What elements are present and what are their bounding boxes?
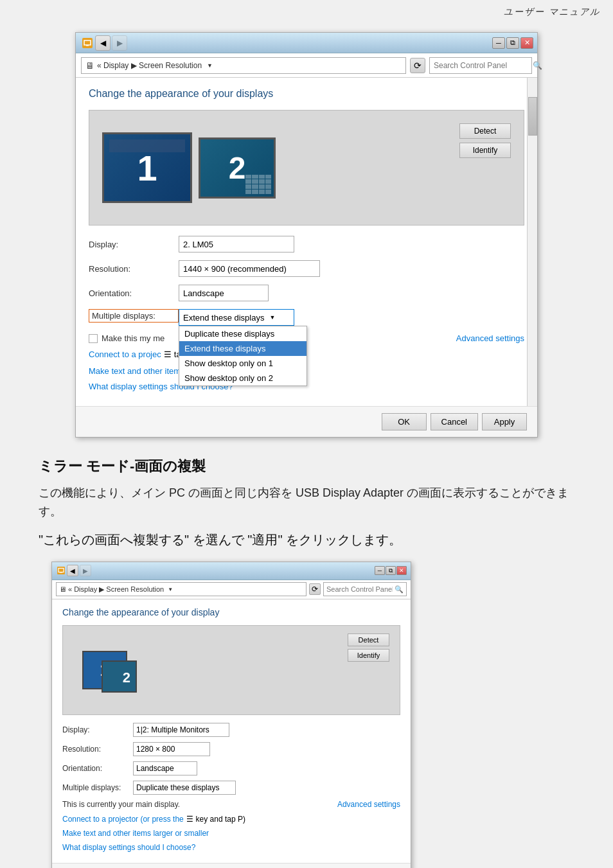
detect-button[interactable]: Detect: [459, 123, 511, 139]
secondary-search-box[interactable]: 🔍: [323, 582, 407, 596]
secondary-main-display-row: This is currently your main display. Adv…: [62, 800, 400, 809]
secondary-dialog-body: Change the appearance of your display 1 …: [52, 599, 411, 863]
main-dialog: ◀ ▶ ─ ⧉ ✕ 🖥 « Display ▶ Screen Resolutio…: [75, 32, 538, 438]
dropdown-item-duplicate[interactable]: Duplicate these displays: [179, 326, 306, 341]
secondary-monitor-2-label: 2: [123, 669, 130, 686]
dropdown-arrow-icon: ▼: [269, 314, 275, 321]
secondary-multiple-displays-select-wrapper: Duplicate these displays: [133, 781, 236, 795]
make-main-checkbox[interactable]: [89, 334, 98, 343]
dropdown-value-text: Extend these displays: [183, 313, 264, 323]
close-button[interactable]: ✕: [520, 37, 533, 49]
search-icon[interactable]: 🔍: [533, 61, 542, 70]
secondary-display-row: Display: 1|2: Multiple Monitors: [62, 723, 400, 737]
back-button[interactable]: ◀: [95, 35, 111, 51]
svg-rect-1: [86, 45, 89, 46]
svg-rect-2: [58, 569, 64, 572]
display-label: Display:: [89, 240, 179, 249]
make-main-text: Make this my m: [102, 333, 160, 343]
secondary-display-preview: 1 2 Detect Identify: [62, 625, 400, 715]
dialog-heading: Change the appearance of your displays: [89, 88, 524, 100]
scrollbar[interactable]: [527, 78, 537, 406]
secondary-restore-button[interactable]: ⧉: [386, 566, 396, 575]
nav-arrows: ◀ ▶: [95, 35, 127, 51]
secondary-make-text-link[interactable]: Make text and other items larger or smal…: [62, 829, 209, 838]
refresh-button[interactable]: ⟳: [410, 58, 425, 73]
secondary-advanced-settings-link[interactable]: Advanced settings: [337, 800, 400, 809]
secondary-dropdown-arrow-icon[interactable]: ▼: [168, 587, 173, 592]
dialog-footer: OK Cancel Apply: [76, 406, 537, 437]
identify-button[interactable]: Identify: [459, 143, 511, 158]
forward-button[interactable]: ▶: [112, 35, 127, 51]
minimize-button[interactable]: ─: [492, 37, 505, 49]
dropdown-item-extend[interactable]: Extend these displays: [179, 341, 306, 356]
secondary-multiple-displays-label: Multiple displays:: [62, 783, 133, 792]
secondary-orientation-select[interactable]: Landscape: [133, 761, 197, 775]
orientation-select-wrapper: Landscape: [179, 285, 269, 301]
secondary-window-controls: ─ ⧉ ✕: [375, 566, 407, 575]
resolution-select-wrapper: 1440 × 900 (recommended): [179, 260, 320, 277]
monitor-1: 1: [102, 132, 192, 203]
secondary-connect-projector-link[interactable]: Connect to a projector (or press the: [62, 815, 184, 824]
secondary-resolution-select[interactable]: 1280 × 800: [133, 742, 210, 756]
secondary-address-path[interactable]: 🖥 « Display ▶ Screen Resolution ▼: [56, 582, 306, 596]
secondary-detect-button[interactable]: Detect: [348, 633, 389, 646]
secondary-display-select[interactable]: 1|2: Multiple Monitors: [133, 723, 229, 737]
secondary-nav-arrows: ◀ ▶: [67, 565, 91, 576]
secondary-identify-button[interactable]: Identify: [348, 649, 389, 662]
dropdown-item-show1[interactable]: Show desktop only on 1: [179, 356, 306, 371]
secondary-resolution-row: Resolution: 1280 × 800: [62, 742, 400, 756]
display-preview: 1 2: [89, 110, 524, 226]
monitor-2-screen: 2: [200, 139, 274, 197]
address-icon: 🖥: [85, 60, 94, 71]
secondary-display-select-wrapper: 1|2: Multiple Monitors: [133, 723, 229, 737]
secondary-detect-identify: Detect Identify: [348, 633, 389, 662]
display-select-wrapper: 2. LM05: [179, 236, 294, 252]
multiple-displays-label: Multiple displays:: [89, 309, 179, 323]
section-heading: ミラー モード-画面の複製: [39, 457, 574, 476]
connect-projector-link[interactable]: Connect to a projec: [89, 350, 161, 359]
monitor-2: 2: [199, 137, 276, 199]
orientation-row: Orientation: Landscape: [89, 285, 524, 301]
advanced-settings-link[interactable]: Advanced settings: [456, 333, 524, 343]
section-content: ミラー モード-画面の複製 この機能により、メイン PC の画面と同じ内容を U…: [26, 457, 587, 549]
secondary-make-text-row: Make text and other items larger or smal…: [62, 827, 400, 838]
secondary-dialog-footer: OK Cancel Apply: [52, 863, 411, 868]
secondary-back-button[interactable]: ◀: [67, 565, 78, 576]
secondary-search-icon[interactable]: 🔍: [395, 585, 404, 594]
make-main-text-suffix: e: [160, 333, 164, 343]
orientation-label: Orientation:: [89, 288, 179, 298]
dropdown-arrow-icon[interactable]: ▼: [207, 62, 213, 69]
secondary-refresh-button[interactable]: ⟳: [309, 583, 321, 595]
restore-button[interactable]: ⧉: [506, 37, 519, 49]
ok-button[interactable]: OK: [382, 413, 427, 430]
address-path[interactable]: 🖥 « Display ▶ Screen Resolution ▼: [81, 57, 406, 74]
dropdown-item-show2[interactable]: Show desktop only on 2: [179, 371, 306, 385]
display-select[interactable]: 2. LM05: [179, 236, 294, 252]
secondary-multiple-displays-select[interactable]: Duplicate these displays: [133, 781, 236, 795]
resolution-label: Resolution:: [89, 264, 179, 274]
scrollbar-thumb[interactable]: [528, 97, 537, 136]
apply-button[interactable]: Apply: [482, 413, 527, 430]
page-watermark: ユーザー マニュアル: [504, 6, 600, 18]
secondary-search-input[interactable]: [326, 585, 393, 593]
secondary-close-button[interactable]: ✕: [396, 566, 407, 575]
orientation-select[interactable]: Landscape: [179, 285, 269, 301]
monitor-2-grid: [245, 175, 271, 194]
search-input[interactable]: [434, 61, 530, 70]
monitor-1-screen: 1: [104, 134, 190, 201]
secondary-resolution-label: Resolution:: [62, 745, 133, 754]
search-box[interactable]: 🔍: [429, 57, 532, 74]
secondary-minimize-button[interactable]: ─: [375, 566, 385, 575]
title-icon: [82, 38, 93, 48]
cancel-button[interactable]: Cancel: [431, 413, 478, 430]
secondary-title-icon: [57, 567, 65, 574]
resolution-select[interactable]: 1440 × 900 (recommended): [179, 260, 320, 277]
dropdown-selected-value[interactable]: Extend these displays ▼: [179, 309, 294, 326]
display-row: Display: 2. LM05: [89, 236, 524, 252]
secondary-what-display-link[interactable]: What display settings should I choose?: [62, 843, 195, 852]
secondary-forward-button[interactable]: ▶: [80, 565, 91, 576]
secondary-display-label: Display:: [62, 725, 133, 734]
detect-identify-buttons: Detect Identify: [459, 123, 511, 158]
secondary-main-display-text: This is currently your main display.: [62, 800, 180, 809]
multiple-displays-dropdown[interactable]: Extend these displays ▼ Duplicate these …: [179, 309, 294, 326]
